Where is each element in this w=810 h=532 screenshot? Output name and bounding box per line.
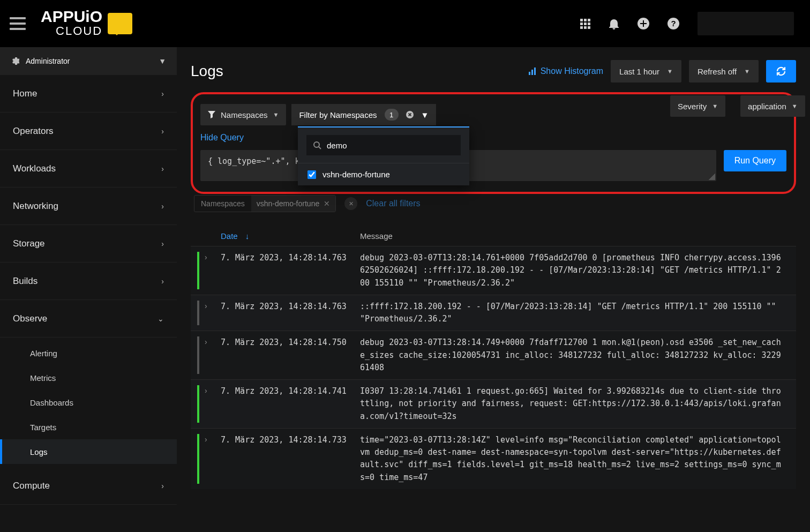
sidebar-item-metrics[interactable]: Metrics bbox=[0, 365, 177, 390]
bell-icon[interactable] bbox=[609, 18, 619, 29]
log-row: ›7. März 2023, 14:28:14.750debug 2023-03… bbox=[191, 331, 796, 379]
hamburger-menu[interactable] bbox=[10, 17, 26, 30]
gear-icon bbox=[11, 57, 19, 65]
main-content: Logs Show Histogram Last 1 hour▼ Refresh… bbox=[177, 47, 810, 532]
sidebar-item-workloads[interactable]: Workloads› bbox=[0, 150, 177, 188]
expand-row-icon[interactable]: › bbox=[205, 385, 221, 395]
logtype-dropdown[interactable]: application▼ bbox=[740, 95, 805, 117]
chart-icon bbox=[529, 68, 537, 75]
caret-down-icon: ▼ bbox=[667, 68, 673, 74]
hide-query-link[interactable]: Hide Query bbox=[200, 133, 786, 143]
sidebar-item-dashboards[interactable]: Dashboards bbox=[0, 390, 177, 415]
log-date: 7. März 2023, 14:28:14.763 bbox=[221, 301, 360, 311]
namespaces-filter-button[interactable]: Namespaces ▼ bbox=[200, 104, 286, 125]
log-message: I0307 13:28:14.741461 1 request.go:665] … bbox=[360, 385, 791, 423]
active-filter-chips: Namespaces vshn-demo-fortune ✕ ✕ Clear a… bbox=[191, 195, 796, 212]
sidebar-item-observe[interactable]: Observe⌄ bbox=[0, 300, 177, 338]
sidebar-item-alerting[interactable]: Alerting bbox=[0, 341, 177, 365]
namespace-search-input[interactable] bbox=[327, 141, 454, 150]
clear-chip-icon[interactable]: ✕ bbox=[344, 197, 357, 210]
caret-down-icon: ▼ bbox=[273, 111, 279, 118]
expand-row-icon[interactable]: › bbox=[205, 434, 221, 444]
svg-rect-7 bbox=[584, 26, 587, 29]
sidebar-item-home[interactable]: Home› bbox=[0, 75, 177, 113]
namespace-dropdown-popup: vshn-demo-fortune bbox=[298, 126, 469, 185]
chevron-right-icon: › bbox=[161, 277, 164, 286]
date-column-header[interactable]: Date ↓ bbox=[221, 231, 360, 241]
sidebar-item-builds[interactable]: Builds› bbox=[0, 263, 177, 300]
severity-dropdown[interactable]: Severity▼ bbox=[670, 95, 725, 117]
svg-rect-3 bbox=[580, 23, 583, 25]
caret-down-icon: ▼ bbox=[792, 103, 798, 109]
caret-down-icon: ▼ bbox=[744, 68, 750, 74]
severity-bar bbox=[197, 252, 199, 289]
chevron-right-icon: › bbox=[161, 164, 164, 173]
clear-icon[interactable] bbox=[406, 111, 414, 118]
search-icon bbox=[313, 141, 321, 149]
svg-text:?: ? bbox=[671, 19, 676, 28]
clear-all-filters-link[interactable]: Clear all filters bbox=[366, 199, 420, 208]
svg-rect-6 bbox=[580, 26, 583, 29]
chevron-right-icon: › bbox=[161, 482, 164, 490]
expand-row-icon[interactable]: › bbox=[205, 301, 221, 310]
user-menu[interactable] bbox=[698, 12, 794, 35]
brand-bubble-icon bbox=[108, 13, 132, 34]
log-message: debug 2023-03-07T13:28:14.761+0000 7f05a… bbox=[360, 252, 791, 289]
sidebar-item-targets[interactable]: Targets bbox=[0, 415, 177, 439]
remove-chip-icon[interactable]: ✕ bbox=[324, 199, 330, 208]
svg-rect-14 bbox=[529, 72, 530, 75]
topbar: APPUiO CLOUD ? bbox=[0, 0, 810, 47]
expand-row-icon[interactable]: › bbox=[205, 336, 221, 346]
svg-rect-5 bbox=[588, 23, 590, 25]
chevron-right-icon: › bbox=[161, 89, 164, 98]
namespace-filter-value[interactable]: Filter by Namespaces 1 ▼ bbox=[291, 104, 436, 125]
apps-grid-icon[interactable] bbox=[580, 18, 590, 29]
log-date: 7. März 2023, 14:28:14.763 bbox=[221, 252, 360, 263]
time-range-dropdown[interactable]: Last 1 hour▼ bbox=[611, 60, 681, 83]
svg-rect-2 bbox=[588, 19, 590, 21]
sidebar-item-storage[interactable]: Storage› bbox=[0, 225, 177, 263]
log-date: 7. März 2023, 14:28:14.750 bbox=[221, 336, 360, 347]
severity-bar bbox=[197, 301, 199, 326]
log-date: 7. März 2023, 14:28:14.741 bbox=[221, 385, 360, 396]
plus-circle-icon[interactable] bbox=[638, 18, 649, 29]
chevron-right-icon: › bbox=[161, 127, 164, 136]
expand-row-icon[interactable]: › bbox=[205, 252, 221, 261]
namespace-search[interactable] bbox=[306, 135, 461, 155]
severity-bar bbox=[197, 385, 199, 423]
log-message: time="2023-03-07T13:28:14Z" level=info m… bbox=[360, 434, 791, 484]
show-histogram-link[interactable]: Show Histogram bbox=[529, 66, 603, 76]
brand-sub: CLOUD bbox=[41, 24, 102, 38]
caret-down-icon: ▼ bbox=[421, 110, 429, 119]
sidebar-item-networking[interactable]: Networking› bbox=[0, 188, 177, 225]
brand-logo[interactable]: APPUiO CLOUD bbox=[41, 9, 132, 39]
caret-down-icon: ▼ bbox=[159, 57, 166, 65]
namespace-chip: Namespaces vshn-demo-fortune ✕ bbox=[194, 195, 336, 212]
sidebar-item-operators[interactable]: Operators› bbox=[0, 113, 177, 150]
chevron-right-icon: › bbox=[161, 239, 164, 248]
help-icon[interactable]: ? bbox=[668, 18, 679, 29]
namespace-checkbox[interactable] bbox=[308, 170, 316, 179]
namespace-option[interactable]: vshn-demo-fortune bbox=[298, 163, 469, 185]
svg-point-18 bbox=[314, 142, 319, 147]
svg-rect-1 bbox=[584, 19, 587, 21]
refresh-dropdown[interactable]: Refresh off▼ bbox=[689, 60, 759, 83]
severity-bar bbox=[197, 336, 199, 374]
log-message: debug 2023-03-07T13:28:14.749+0000 7fdaf… bbox=[360, 336, 791, 374]
log-message: ::ffff:172.18.200.192 - - [07/Mar/2023:1… bbox=[360, 301, 791, 326]
caret-down-icon: ▼ bbox=[712, 103, 718, 109]
chevron-down-icon: ⌄ bbox=[158, 314, 164, 323]
perspective-switcher[interactable]: Administrator ▼ bbox=[0, 47, 177, 75]
sidebar-item-logs[interactable]: Logs bbox=[0, 439, 177, 464]
chevron-right-icon: › bbox=[161, 202, 164, 211]
svg-rect-4 bbox=[584, 23, 587, 25]
filter-icon bbox=[208, 111, 215, 118]
brand-name: APPUiO bbox=[41, 8, 102, 25]
message-column-header: Message bbox=[360, 231, 393, 241]
refresh-button[interactable] bbox=[766, 60, 796, 83]
perspective-label: Administrator bbox=[26, 57, 70, 65]
sidebar-item-compute[interactable]: Compute› bbox=[0, 467, 177, 505]
sidebar: Administrator ▼ Home›Operators›Workloads… bbox=[0, 47, 177, 532]
run-query-button[interactable]: Run Query bbox=[724, 150, 786, 171]
log-row: ›7. März 2023, 14:28:14.733time="2023-03… bbox=[191, 428, 796, 489]
